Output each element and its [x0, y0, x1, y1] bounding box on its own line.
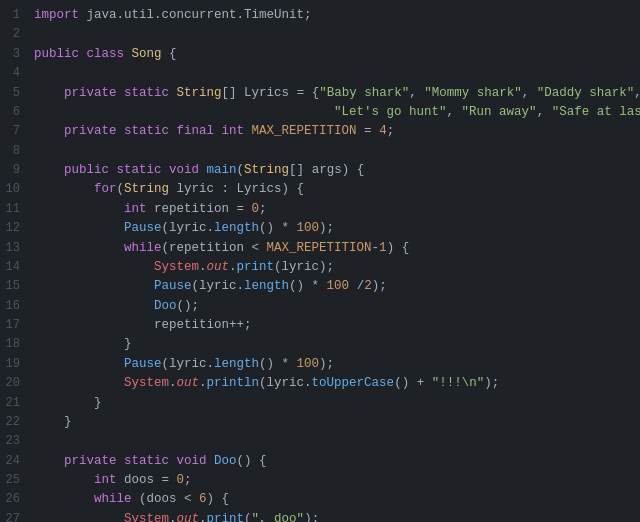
line-num-17: 17 — [0, 316, 28, 335]
line-num-19: 19 — [0, 355, 28, 374]
line-16: 16 Doo(); — [0, 297, 640, 316]
line-11: 11 int repetition = 0; — [0, 200, 640, 219]
line-7: 7 private static final int MAX_REPETITIO… — [0, 122, 640, 141]
line-code-2 — [28, 25, 640, 44]
line-4: 4 — [0, 64, 640, 83]
line-num-12: 12 — [0, 219, 28, 238]
line-num-26: 26 — [0, 490, 28, 509]
code-editor: 1 import java.util.concurrent.TimeUnit; … — [0, 0, 640, 522]
line-3: 3 public class Song { — [0, 45, 640, 64]
line-code-6: "Let's go hunt", "Run away", "Safe at la… — [28, 103, 640, 122]
line-num-22: 22 — [0, 413, 28, 432]
line-2: 2 — [0, 25, 640, 44]
line-5: 5 private static String[] Lyrics = {"Bab… — [0, 84, 640, 103]
line-code-23 — [28, 432, 640, 451]
line-code-7: private static final int MAX_REPETITION … — [28, 122, 640, 141]
line-code-21: } — [28, 394, 640, 413]
line-num-15: 15 — [0, 277, 28, 296]
line-num-20: 20 — [0, 374, 28, 393]
line-20: 20 System.out.println(lyric.toUpperCase(… — [0, 374, 640, 393]
line-code-26: while (doos < 6) { — [28, 490, 640, 509]
line-1: 1 import java.util.concurrent.TimeUnit; — [0, 6, 640, 25]
line-code-5: private static String[] Lyrics = {"Baby … — [28, 84, 640, 103]
line-23: 23 — [0, 432, 640, 451]
line-18: 18 } — [0, 335, 640, 354]
line-num-11: 11 — [0, 200, 28, 219]
line-num-6: 6 — [0, 103, 28, 122]
line-14: 14 System.out.print(lyric); — [0, 258, 640, 277]
line-code-12: Pause(lyric.length() * 100); — [28, 219, 640, 238]
line-code-18: } — [28, 335, 640, 354]
line-num-18: 18 — [0, 335, 28, 354]
line-26: 26 while (doos < 6) { — [0, 490, 640, 509]
line-num-27: 27 — [0, 510, 28, 522]
line-12: 12 Pause(lyric.length() * 100); — [0, 219, 640, 238]
line-num-5: 5 — [0, 84, 28, 103]
line-num-21: 21 — [0, 394, 28, 413]
line-25: 25 int doos = 0; — [0, 471, 640, 490]
line-code-17: repetition++; — [28, 316, 640, 335]
line-num-10: 10 — [0, 180, 28, 199]
line-code-15: Pause(lyric.length() * 100 /2); — [28, 277, 640, 296]
line-num-1: 1 — [0, 6, 28, 25]
line-code-4 — [28, 64, 640, 83]
line-code-19: Pause(lyric.length() * 100); — [28, 355, 640, 374]
line-num-25: 25 — [0, 471, 28, 490]
line-code-24: private static void Doo() { — [28, 452, 640, 471]
line-19: 19 Pause(lyric.length() * 100); — [0, 355, 640, 374]
line-code-27: System.out.print(", doo"); — [28, 510, 640, 522]
line-num-9: 9 — [0, 161, 28, 180]
line-num-3: 3 — [0, 45, 28, 64]
line-num-2: 2 — [0, 25, 28, 44]
line-8: 8 — [0, 142, 640, 161]
line-17: 17 repetition++; — [0, 316, 640, 335]
line-code-20: System.out.println(lyric.toUpperCase() +… — [28, 374, 640, 393]
line-code-8 — [28, 142, 640, 161]
line-15: 15 Pause(lyric.length() * 100 /2); — [0, 277, 640, 296]
line-code-22: } — [28, 413, 640, 432]
line-num-7: 7 — [0, 122, 28, 141]
line-code-14: System.out.print(lyric); — [28, 258, 640, 277]
line-27: 27 System.out.print(", doo"); — [0, 510, 640, 522]
line-num-8: 8 — [0, 142, 28, 161]
line-10: 10 for(String lyric : Lyrics) { — [0, 180, 640, 199]
line-num-4: 4 — [0, 64, 28, 83]
line-code-10: for(String lyric : Lyrics) { — [28, 180, 640, 199]
line-num-16: 16 — [0, 297, 28, 316]
line-13: 13 while(repetition < MAX_REPETITION-1) … — [0, 239, 640, 258]
line-code-1: import java.util.concurrent.TimeUnit; — [28, 6, 640, 25]
line-21: 21 } — [0, 394, 640, 413]
line-num-14: 14 — [0, 258, 28, 277]
line-22: 22 } — [0, 413, 640, 432]
line-num-24: 24 — [0, 452, 28, 471]
line-num-23: 23 — [0, 432, 28, 451]
line-num-13: 13 — [0, 239, 28, 258]
line-code-11: int repetition = 0; — [28, 200, 640, 219]
line-code-9: public static void main(String[] args) { — [28, 161, 640, 180]
line-code-3: public class Song { — [28, 45, 640, 64]
line-code-16: Doo(); — [28, 297, 640, 316]
line-code-13: while(repetition < MAX_REPETITION-1) { — [28, 239, 640, 258]
line-9: 9 public static void main(String[] args)… — [0, 161, 640, 180]
line-6: 6 "Let's go hunt", "Run away", "Safe at … — [0, 103, 640, 122]
line-code-25: int doos = 0; — [28, 471, 640, 490]
line-24: 24 private static void Doo() { — [0, 452, 640, 471]
